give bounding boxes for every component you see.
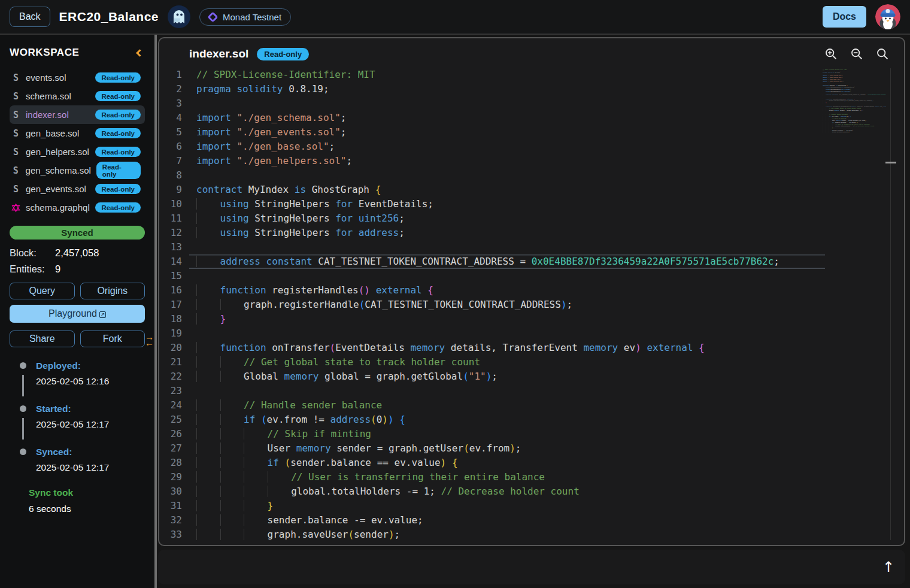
file-item-events.sol[interactable]: Sevents.solRead-only — [10, 68, 145, 87]
line-number: 27 — [159, 441, 196, 456]
zoom-out-icon[interactable] — [851, 48, 863, 60]
timeline-label: Deployed: — [36, 360, 145, 371]
file-item-gen_schema.sol[interactable]: Sgen_schema.solRead-only — [10, 161, 145, 180]
code-line-2[interactable]: 2pragma solidity 0.8.19; — [159, 82, 904, 96]
line-number: 5 — [159, 125, 196, 140]
timeline-dot — [20, 405, 26, 412]
panel-divider[interactable]: →← — [154, 35, 157, 588]
line-content: graph.saveUser(sender); — [196, 528, 904, 542]
code-line-32[interactable]: 32 sender.balance -= ev.value; — [159, 513, 904, 528]
network-badge[interactable]: Monad Testnet — [199, 8, 291, 26]
line-number: 21 — [159, 355, 196, 369]
line-content — [196, 269, 904, 283]
file-item-gen_events.sol[interactable]: Sgen_events.solRead-only — [10, 180, 145, 198]
sync-status-pill[interactable]: Synced — [10, 226, 145, 240]
code-line-7[interactable]: 7import "./gen_helpers.sol"; — [159, 154, 904, 168]
docs-button[interactable]: Docs — [823, 6, 866, 28]
line-number: 11 — [159, 211, 196, 226]
code-line-5[interactable]: 5import "./gen_events.sol"; — [159, 125, 904, 140]
code-line-19[interactable]: 19 — [159, 326, 904, 341]
line-content: global.totalHolders -= 1; // Decrease ho… — [196, 484, 904, 499]
expand-console-button[interactable]: ↑ — [882, 560, 894, 574]
monad-icon — [207, 11, 218, 22]
code-line-28[interactable]: 28 if (sender.balance == ev.value) { — [159, 456, 904, 470]
timeline-item: Deployed:2025-02-05 12:16 — [10, 360, 145, 404]
share-button[interactable]: Share — [10, 331, 75, 347]
read-only-badge: Read-only — [95, 91, 141, 101]
code-line-14[interactable]: 14 address constant CAT_TESTNET_TOKEN_CO… — [159, 254, 904, 269]
minimap[interactable]: // SPDX-License-Identifier: MITpragma so… — [823, 69, 886, 156]
resize-handle-icon[interactable]: →← — [145, 334, 154, 346]
line-number: 30 — [159, 484, 196, 499]
code-line-33[interactable]: 33 graph.saveUser(sender); — [159, 528, 904, 542]
sync-took-value: 6 seconds — [29, 504, 145, 514]
scrollbar-thumb[interactable] — [885, 162, 896, 163]
line-content: function onTransfer(EventDetails memory … — [196, 341, 904, 355]
scrollbar-track[interactable] — [890, 68, 891, 540]
playground-button[interactable]: Playground↗ — [10, 305, 145, 323]
line-content: import "./gen_events.sol"; — [196, 125, 904, 140]
zoom-in-icon[interactable] — [825, 48, 837, 60]
line-content — [196, 326, 904, 341]
code-line-20[interactable]: 20 function onTransfer(EventDetails memo… — [159, 341, 904, 355]
network-name: Monad Testnet — [223, 12, 281, 22]
code-line-25[interactable]: 25 if (ev.from != address(0)) { — [159, 413, 904, 427]
code-line-16[interactable]: 16 function registerHandles() external { — [159, 283, 904, 298]
line-content: Global memory global = graph.getGlobal("… — [196, 369, 904, 384]
code-line-27[interactable]: 27 User memory sender = graph.getUser(ev… — [159, 441, 904, 456]
code-line-29[interactable]: 29 // User is transferring their entire … — [159, 470, 904, 484]
solidity-file-icon: S — [11, 165, 20, 176]
file-name: indexer.sol — [26, 110, 69, 120]
file-item-indexer.sol[interactable]: Sindexer.solRead-only — [10, 105, 145, 124]
fork-button[interactable]: Fork — [80, 331, 145, 347]
code-line-18[interactable]: 18 } — [159, 312, 904, 326]
file-item-gen_helpers.sol[interactable]: Sgen_helpers.solRead-only — [10, 143, 145, 161]
code-line-21[interactable]: 21 // Get global state to track holder c… — [159, 355, 904, 369]
code-line-13[interactable]: 13 — [159, 240, 904, 254]
minimap-line: address constant CAT_TESTNET_TOKEN_CONTR… — [823, 94, 886, 96]
code-line-30[interactable]: 30 global.totalHolders -= 1; // Decrease… — [159, 484, 904, 499]
console-strip: ↑ — [158, 550, 905, 584]
file-item-gen_base.sol[interactable]: Sgen_base.solRead-only — [10, 124, 145, 143]
file-item-schema.sol[interactable]: Sschema.solRead-only — [10, 87, 145, 105]
editor-readonly-badge: Read-only — [257, 48, 309, 60]
file-name: events.sol — [26, 72, 66, 83]
search-icon[interactable] — [876, 48, 888, 60]
block-value: 2,457,058 — [55, 247, 99, 259]
code-line-6[interactable]: 6import "./gen_base.sol"; — [159, 140, 904, 154]
file-item-schema.graphql[interactable]: schema.graphqlRead-only — [10, 198, 145, 217]
code-line-12[interactable]: 12 using StringHelpers for address; — [159, 226, 904, 240]
collapse-sidebar-icon[interactable] — [136, 49, 144, 57]
code-line-23[interactable]: 23 — [159, 384, 904, 398]
editor-card: indexer.sol Read-only — [158, 37, 905, 546]
file-name: gen_events.sol — [26, 184, 86, 194]
code-line-24[interactable]: 24 // Handle sender balance — [159, 398, 904, 413]
line-content: // Handle sender balance — [196, 398, 904, 413]
code-line-9[interactable]: 9contract MyIndex is GhostGraph { — [159, 183, 904, 197]
sync-duration: Sync took 6 seconds — [29, 487, 145, 514]
code-line-15[interactable]: 15 — [159, 269, 904, 283]
line-number: 6 — [159, 140, 196, 154]
code-line-1[interactable]: 1// SPDX-License-Identifier: MIT — [159, 68, 904, 82]
code-line-11[interactable]: 11 using StringHelpers for uint256; — [159, 211, 904, 226]
user-avatar[interactable] — [875, 4, 900, 29]
line-content: pragma solidity 0.8.19; — [196, 82, 904, 96]
query-button[interactable]: Query — [10, 283, 75, 299]
code-line-17[interactable]: 17 graph.registerHandle(CAT_TESTNET_TOKE… — [159, 298, 904, 312]
block-label: Block: — [10, 247, 55, 259]
line-content: } — [196, 499, 904, 513]
code-line-31[interactable]: 31 } — [159, 499, 904, 513]
code-line-26[interactable]: 26 // Skip if minting — [159, 427, 904, 441]
sync-took-label: Sync took — [29, 487, 145, 498]
origins-button[interactable]: Origins — [80, 283, 145, 299]
code-area[interactable]: 1// SPDX-License-Identifier: MIT2pragma … — [159, 66, 904, 545]
code-line-8[interactable]: 8 — [159, 168, 904, 183]
back-button[interactable]: Back — [10, 7, 50, 27]
code-line-10[interactable]: 10 using StringHelpers for EventDetails; — [159, 197, 904, 211]
code-line-4[interactable]: 4import "./gen_schema.sol"; — [159, 111, 904, 125]
line-number: 19 — [159, 326, 196, 341]
code-line-22[interactable]: 22 Global memory global = graph.getGloba… — [159, 369, 904, 384]
file-list: Sevents.solRead-onlySschema.solRead-only… — [10, 68, 145, 217]
line-content — [196, 384, 904, 398]
code-line-3[interactable]: 3 — [159, 96, 904, 111]
